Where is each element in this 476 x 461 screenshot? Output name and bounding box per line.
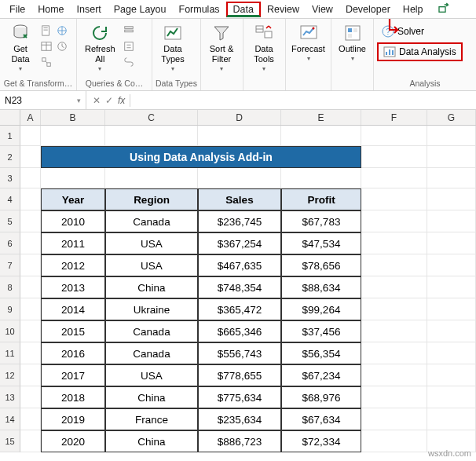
tab-home[interactable]: Home xyxy=(31,2,70,16)
cell[interactable] xyxy=(427,342,476,364)
cell-profit[interactable]: $88,634 xyxy=(281,276,361,298)
cell[interactable] xyxy=(20,364,41,386)
cell[interactable] xyxy=(427,126,476,146)
rownum[interactable]: 6 xyxy=(0,232,20,254)
cell-profit[interactable]: $67,634 xyxy=(281,408,361,430)
col-F[interactable]: F xyxy=(361,110,427,125)
cell-year[interactable]: 2012 xyxy=(41,254,105,276)
cell-region[interactable]: USA xyxy=(105,364,198,386)
cell[interactable] xyxy=(427,232,476,254)
cell[interactable] xyxy=(198,126,281,146)
cell[interactable] xyxy=(427,298,476,320)
data-types-button[interactable]: Data Types ▾ xyxy=(156,20,190,75)
rownum[interactable]: 7 xyxy=(0,254,20,276)
rownum[interactable]: 1 xyxy=(0,126,20,146)
cell-region[interactable]: France xyxy=(105,408,198,430)
cell-year[interactable]: 2015 xyxy=(41,320,105,342)
rownum[interactable]: 8 xyxy=(0,276,20,298)
cell-year[interactable]: 2014 xyxy=(41,298,105,320)
cell[interactable] xyxy=(361,408,427,430)
properties-button[interactable] xyxy=(122,39,136,53)
cell-region[interactable]: Ukraine xyxy=(105,298,198,320)
accept-formula-button[interactable]: ✓ xyxy=(105,95,113,106)
rownum[interactable]: 10 xyxy=(0,320,20,342)
col-B[interactable]: B xyxy=(41,110,105,125)
cell[interactable] xyxy=(20,320,41,342)
rownum[interactable]: 12 xyxy=(0,364,20,386)
rownum[interactable]: 5 xyxy=(0,210,20,232)
cell-profit[interactable]: $72,334 xyxy=(281,430,361,452)
from-text-button[interactable] xyxy=(39,24,53,38)
cell-profit[interactable]: $67,234 xyxy=(281,364,361,386)
cell[interactable] xyxy=(361,298,427,320)
cell-year[interactable]: 2020 xyxy=(41,430,105,452)
rownum[interactable]: 14 xyxy=(0,408,20,430)
cell-profit[interactable]: $78,656 xyxy=(281,254,361,276)
cell-year[interactable]: 2013 xyxy=(41,276,105,298)
cell[interactable] xyxy=(361,364,427,386)
cell-sales[interactable]: $556,743 xyxy=(198,342,281,364)
cell[interactable] xyxy=(361,276,427,298)
cell[interactable] xyxy=(427,188,476,210)
cell-profit[interactable]: $68,976 xyxy=(281,386,361,408)
cell[interactable] xyxy=(361,342,427,364)
tab-formulas[interactable]: Formulas xyxy=(173,2,226,16)
cell[interactable] xyxy=(41,168,105,188)
cell[interactable] xyxy=(361,210,427,232)
cell[interactable] xyxy=(361,126,427,146)
cell[interactable] xyxy=(427,320,476,342)
queries-button[interactable] xyxy=(122,24,136,38)
cell-region[interactable]: USA xyxy=(105,232,198,254)
cell[interactable] xyxy=(427,386,476,408)
cell-year[interactable]: 2010 xyxy=(41,210,105,232)
cell[interactable] xyxy=(20,210,41,232)
select-all-corner[interactable] xyxy=(0,110,20,125)
col-A[interactable]: A xyxy=(20,110,41,125)
cell-profit[interactable]: $99,264 xyxy=(281,298,361,320)
cell-sales[interactable]: $665,346 xyxy=(198,320,281,342)
cell-year[interactable]: 2016 xyxy=(41,342,105,364)
cell[interactable] xyxy=(20,386,41,408)
cell[interactable] xyxy=(361,188,427,210)
cell-sales[interactable]: $236,745 xyxy=(198,210,281,232)
cell[interactable] xyxy=(427,276,476,298)
cell[interactable] xyxy=(20,430,41,452)
tab-help[interactable]: Help xyxy=(397,2,430,16)
cell[interactable] xyxy=(20,408,41,430)
fx-button[interactable]: fx xyxy=(118,95,125,106)
cell[interactable] xyxy=(20,146,41,168)
cell-year[interactable]: 2018 xyxy=(41,386,105,408)
cancel-formula-button[interactable]: ✕ xyxy=(93,95,101,106)
data-tools-button[interactable]: Data Tools ▾ xyxy=(247,20,281,75)
col-E[interactable]: E xyxy=(281,110,361,125)
tab-review[interactable]: Review xyxy=(261,2,306,16)
recent-sources-button[interactable] xyxy=(55,39,69,53)
cell[interactable] xyxy=(41,126,105,146)
cell-sales[interactable]: $235,634 xyxy=(198,408,281,430)
cell-sales[interactable]: $365,472 xyxy=(198,298,281,320)
rownum[interactable]: 9 xyxy=(0,298,20,320)
cell[interactable] xyxy=(427,254,476,276)
from-table-button[interactable] xyxy=(39,39,53,53)
cell[interactable] xyxy=(427,168,476,188)
cell[interactable] xyxy=(427,146,476,168)
cell-profit[interactable]: $37,456 xyxy=(281,320,361,342)
col-D[interactable]: D xyxy=(198,110,281,125)
col-C[interactable]: C xyxy=(105,110,198,125)
data-analysis-button[interactable]: Data Analysis xyxy=(377,42,463,61)
cell[interactable] xyxy=(20,342,41,364)
cell[interactable] xyxy=(198,168,281,188)
th-sales[interactable]: Sales xyxy=(198,188,281,210)
cell[interactable] xyxy=(20,298,41,320)
tab-view[interactable]: View xyxy=(306,2,339,16)
cell[interactable] xyxy=(281,168,361,188)
cell-profit[interactable]: $56,354 xyxy=(281,342,361,364)
rownum[interactable]: 4 xyxy=(0,188,20,210)
cell[interactable] xyxy=(20,168,41,188)
cell[interactable] xyxy=(20,276,41,298)
cell-sales[interactable]: $778,655 xyxy=(198,364,281,386)
cell[interactable] xyxy=(361,254,427,276)
sort-filter-button[interactable]: Sort & Filter ▾ xyxy=(204,20,239,75)
tab-data[interactable]: Data xyxy=(226,2,261,17)
cell-profit[interactable]: $47,534 xyxy=(281,232,361,254)
